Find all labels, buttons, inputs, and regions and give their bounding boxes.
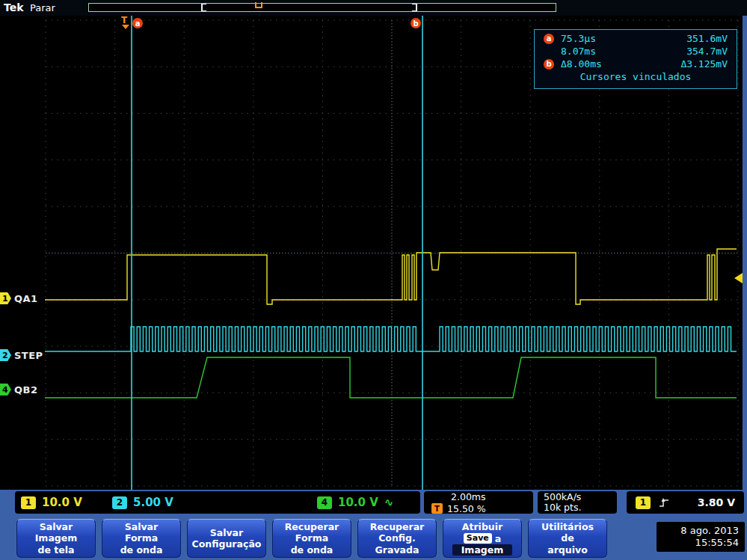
cursor-b-badge: b xyxy=(544,59,554,70)
assign-save-target: Imagem xyxy=(452,544,513,556)
record-view-bar xyxy=(88,3,556,12)
trigger-level-value: 3.80 V xyxy=(698,496,735,508)
cursor-a-voltage: 351.6mV xyxy=(686,33,728,44)
ch2-step-waveform xyxy=(45,327,737,351)
channel-readouts-panel: 1 10.0 V 2 5.00 V 4 10.0 V ∿ xyxy=(15,491,420,514)
ch2-label: STEP xyxy=(14,350,43,361)
trigger-position-percent: 15.50 % xyxy=(447,503,486,514)
cursor-b-voltage: 354.7mV xyxy=(686,46,728,57)
cursor-delta-time: Δ8.00ms xyxy=(561,58,633,70)
datetime-panel: 8 ago. 2013 15:55:54 xyxy=(657,522,745,552)
ch4-coupling-icon: ∿ xyxy=(384,496,394,509)
ch2-readout: 2 5.00 V xyxy=(112,491,173,514)
status-bar: 1 10.0 V 2 5.00 V 4 10.0 V ∿ 2.00ms T 15… xyxy=(0,490,747,515)
softkey-menu-bar: Salvar Imagem de tela Salvar Forma de on… xyxy=(0,515,747,560)
cursor-readout-panel: a 75.3µs 351.6mV 8.07ms 354.7mV b Δ8.00m… xyxy=(534,29,737,89)
trigger-t-badge: T xyxy=(431,503,443,514)
date-value: 8 ago. 2013 xyxy=(680,525,739,537)
time-value: 15:55:54 xyxy=(695,537,739,549)
cursor-delta-voltage: Δ3.125mV xyxy=(680,58,728,70)
ch1-badge: 1 xyxy=(0,292,11,304)
ch4-scale: 10.0 V xyxy=(338,496,378,509)
ch4-readout-badge: 4 xyxy=(317,496,332,509)
cursor-mode-label: Cursores vinculados xyxy=(535,70,737,84)
assign-save-connector: a xyxy=(495,533,501,544)
cursor-b-row: 8.07ms 354.7mV xyxy=(535,45,737,58)
record-trigger-marker xyxy=(255,2,262,8)
record-window-bracket-right xyxy=(412,4,417,11)
menu-button-recall-setup[interactable]: Recuperar Config. Gravada xyxy=(357,519,437,558)
ch2-position-marker: 2 STEP xyxy=(0,349,43,361)
save-key-badge: Save xyxy=(464,533,492,544)
ch2-badge: 2 xyxy=(0,349,11,361)
assign-save-line1: Atribuir xyxy=(462,521,502,532)
trigger-readout-panel: 1 3.80 V xyxy=(627,491,744,514)
ch4-badge: 4 xyxy=(0,384,11,396)
cursor-a-time: 75.3µs xyxy=(561,33,633,44)
edge-slope-icon xyxy=(658,496,670,508)
timebase-scale: 2.00ms xyxy=(431,491,533,502)
trigger-level-arrow-icon xyxy=(734,273,743,283)
horizontal-readout-panel: 2.00ms T 15.50 % xyxy=(424,491,533,514)
ch2-readout-badge: 2 xyxy=(112,496,127,509)
cursor-b-handle[interactable]: b xyxy=(411,18,421,28)
cursor-delta-row: b Δ8.00ms Δ3.125mV xyxy=(535,58,737,70)
ch4-readout: 4 10.0 V ∿ xyxy=(317,491,393,514)
acquisition-status: Parar xyxy=(30,2,55,13)
ch1-label: QA1 xyxy=(14,293,38,304)
menu-button-assign-save[interactable]: Atribuir Save a Imagem xyxy=(443,519,522,558)
menu-button-save-waveform[interactable]: Salvar Forma de onda xyxy=(102,519,181,558)
oscilloscope-screen: Tek Parar T a b a 75.3µs 351.6mV xyxy=(0,0,747,560)
menu-button-file-utilities[interactable]: Utilitários de arquivo xyxy=(528,519,607,558)
ch4-label: QB2 xyxy=(14,384,38,396)
sample-rate: 500kA/s xyxy=(544,492,617,502)
record-window-bracket-left xyxy=(201,4,206,11)
trigger-position-arrow-icon xyxy=(122,25,129,29)
cursor-b-time: 8.07ms xyxy=(561,46,633,57)
graticule-grid xyxy=(46,20,738,486)
tek-logo: Tek xyxy=(4,1,24,13)
trigger-position-indicator: T xyxy=(121,16,127,25)
record-length: 10k pts. xyxy=(544,502,617,513)
trigger-source-badge: 1 xyxy=(636,496,651,509)
ch1-readout: 1 10.0 V xyxy=(21,491,82,514)
waveform-display: T a b a 75.3µs 351.6mV 8.07ms 354.7mV b … xyxy=(0,16,743,490)
ch1-qa1-waveform xyxy=(45,249,737,304)
top-status-bar: Tek Parar xyxy=(0,0,747,16)
ch1-scale: 10.0 V xyxy=(42,496,82,509)
ch2-scale: 5.00 V xyxy=(133,496,173,509)
cursor-a-row: a 75.3µs 351.6mV xyxy=(535,32,737,45)
ch1-readout-badge: 1 xyxy=(21,496,36,509)
ch4-position-marker: 4 QB2 xyxy=(0,384,38,396)
menu-button-save-screen-image[interactable]: Salvar Imagem de tela xyxy=(16,519,96,558)
acquisition-readout-panel: 500kA/s 10k pts. xyxy=(538,491,617,514)
cursor-a-handle[interactable]: a xyxy=(132,18,143,28)
ch1-position-marker: 1 QA1 xyxy=(0,292,38,304)
cursor-a-badge: a xyxy=(544,34,554,44)
menu-button-recall-waveform[interactable]: Recuperar Forma de onda xyxy=(272,519,351,558)
menu-button-save-setup[interactable]: Salvar Configuração xyxy=(187,519,266,558)
ch4-qb2-waveform xyxy=(45,357,737,398)
